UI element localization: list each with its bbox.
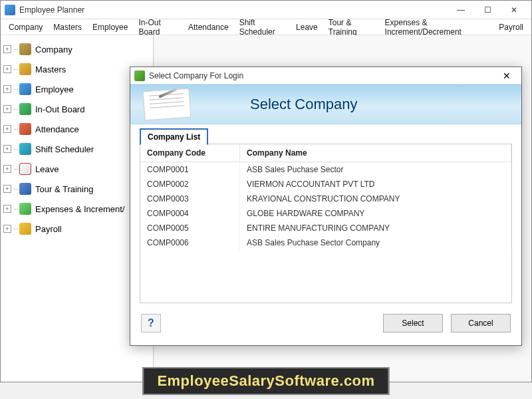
table-row[interactable]: COMP0006ASB Sales Puchase Sector Company xyxy=(140,235,511,250)
help-button[interactable]: ? xyxy=(141,314,161,332)
masters-icon xyxy=(19,63,31,75)
cell-name: ASB Sales Puchase Sector xyxy=(240,162,511,177)
expand-icon[interactable]: + xyxy=(3,45,11,53)
attendance-icon xyxy=(19,123,31,135)
expand-icon[interactable]: + xyxy=(3,205,11,213)
menu-in-out-board[interactable]: In-Out Board xyxy=(133,17,183,38)
company-icon xyxy=(19,43,31,55)
shift-scheduler-icon xyxy=(19,143,31,155)
sidebar-item-tour-training[interactable]: +Tour & Training xyxy=(3,179,150,199)
payroll-icon xyxy=(19,223,31,235)
notebook-icon xyxy=(143,88,192,120)
menubar: Company Masters Employee In-Out Board At… xyxy=(1,19,531,35)
sidebar-item-expenses[interactable]: +Expenses & Increment/ xyxy=(3,199,150,219)
table-row[interactable]: COMP0001ASB Sales Puchase Sector xyxy=(140,162,511,177)
table-row[interactable]: COMP0004GLOBE HARDWARE COMPANY xyxy=(140,206,511,221)
menu-attendance[interactable]: Attendance xyxy=(183,21,234,33)
cell-code: COMP0005 xyxy=(140,221,240,235)
expenses-icon xyxy=(19,203,31,215)
dialog-icon xyxy=(134,70,145,81)
cell-name: ASB Sales Puchase Sector Company xyxy=(240,235,511,250)
menu-expenses[interactable]: Expenses & Increment/Decrement xyxy=(380,17,494,38)
grid-header: Company Code Company Name xyxy=(140,144,511,162)
company-grid: Company Code Company Name COMP0001ASB Sa… xyxy=(140,144,511,250)
sidebar-item-label: Payroll xyxy=(35,224,62,234)
cell-name: GLOBE HARDWARE COMPANY xyxy=(240,206,511,221)
cell-name: ENTIRE MANUFACTURING COMPANY xyxy=(240,221,511,235)
tab-company-list[interactable]: Company List xyxy=(140,128,208,145)
menu-tour-training[interactable]: Tour & Training xyxy=(323,17,380,38)
window-title: Employee Planner xyxy=(19,5,448,15)
expand-icon[interactable]: + xyxy=(3,185,11,193)
leave-icon xyxy=(19,163,31,175)
app-icon xyxy=(5,5,15,15)
sidebar-item-attendance[interactable]: +Attendance xyxy=(3,119,150,139)
expand-icon[interactable]: + xyxy=(3,105,11,113)
employee-icon xyxy=(19,83,31,95)
sidebar-item-company[interactable]: +Company xyxy=(3,39,150,59)
sidebar-item-label: Shift Scheduler xyxy=(35,144,94,154)
sidebar-item-shift-scheduler[interactable]: +Shift Scheduler xyxy=(3,139,150,159)
cell-name: KRAYIONAL CONSTRUCTION COMPANY xyxy=(240,192,511,206)
sidebar-item-employee[interactable]: +Employee xyxy=(3,79,150,99)
dialog-titlebar: Select Company For Login ✕ xyxy=(130,67,521,84)
cancel-button[interactable]: Cancel xyxy=(451,314,511,332)
banner-title: Select Company xyxy=(250,96,357,113)
dialog-banner: Select Company xyxy=(130,84,521,124)
expand-icon[interactable]: + xyxy=(3,85,11,93)
sidebar-item-leave[interactable]: +Leave xyxy=(3,159,150,179)
select-company-dialog: Select Company For Login ✕ Select Compan… xyxy=(130,66,522,346)
cell-code: COMP0004 xyxy=(140,206,240,221)
sidebar-item-label: Expenses & Increment/ xyxy=(35,204,124,214)
menu-leave[interactable]: Leave xyxy=(291,21,323,33)
dialog-title: Select Company For Login xyxy=(149,71,496,80)
in-out-board-icon xyxy=(19,103,31,115)
expand-icon[interactable]: + xyxy=(3,125,11,133)
table-row[interactable]: COMP0003KRAYIONAL CONSTRUCTION COMPANY xyxy=(140,192,511,206)
cell-code: COMP0002 xyxy=(140,177,240,192)
sidebar-item-label: In-Out Board xyxy=(35,104,84,114)
expand-icon[interactable]: + xyxy=(3,65,11,73)
dialog-close-button[interactable]: ✕ xyxy=(496,68,517,84)
watermark: EmployeeSalarySoftware.com xyxy=(142,367,389,395)
expand-icon[interactable]: + xyxy=(3,145,11,153)
table-row[interactable]: COMP0002VIERMON ACCOUNTANT PVT LTD xyxy=(140,177,511,192)
column-company-name[interactable]: Company Name xyxy=(240,144,511,162)
menu-employee[interactable]: Employee xyxy=(87,21,133,33)
menu-payroll[interactable]: Payroll xyxy=(493,21,529,33)
menu-masters[interactable]: Masters xyxy=(48,21,87,33)
sidebar-item-label: Leave xyxy=(35,164,59,174)
menu-company[interactable]: Company xyxy=(3,21,48,33)
column-company-code[interactable]: Company Code xyxy=(140,144,240,162)
sidebar-item-in-out-board[interactable]: +In-Out Board xyxy=(3,99,150,119)
expand-icon[interactable]: + xyxy=(3,165,11,173)
close-button[interactable]: ✕ xyxy=(501,1,527,19)
expand-icon[interactable]: + xyxy=(3,225,11,233)
table-row[interactable]: COMP0005ENTIRE MANUFACTURING COMPANY xyxy=(140,221,511,235)
sidebar-item-label: Company xyxy=(35,45,72,55)
dialog-button-bar: ? Select Cancel xyxy=(130,310,521,340)
cell-code: COMP0003 xyxy=(140,192,240,206)
tour-training-icon xyxy=(19,183,31,195)
cell-code: COMP0006 xyxy=(140,235,240,250)
menu-shift-scheduler[interactable]: Shift Scheduler xyxy=(234,17,291,38)
select-button[interactable]: Select xyxy=(383,314,443,332)
cell-name: VIERMON ACCOUNTANT PVT LTD xyxy=(240,177,511,192)
sidebar-item-label: Tour & Training xyxy=(35,184,93,194)
sidebar-item-payroll[interactable]: +Payroll xyxy=(3,219,150,239)
sidebar-item-label: Masters xyxy=(35,65,66,74)
sidebar-item-label: Employee xyxy=(35,84,74,94)
cell-code: COMP0001 xyxy=(140,162,240,177)
company-list-panel: Company Code Company Name COMP0001ASB Sa… xyxy=(140,144,512,303)
sidebar-item-masters[interactable]: +Masters xyxy=(3,59,150,79)
sidebar-item-label: Attendance xyxy=(35,124,79,134)
